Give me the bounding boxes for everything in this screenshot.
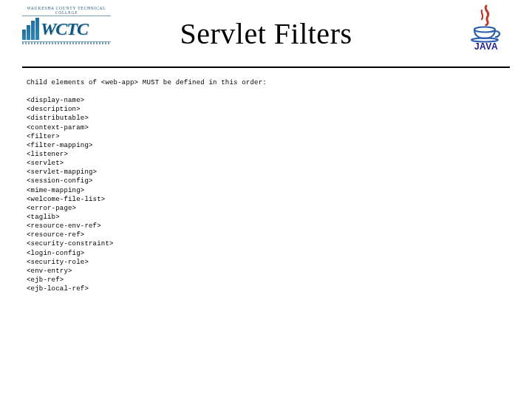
intro-text: Child elements of <web-app> MUST be defi… xyxy=(27,78,505,87)
page-title: Servlet Filters xyxy=(22,16,510,51)
svg-point-0 xyxy=(474,27,495,33)
slide: WAUKESHA COUNTY TECHNICAL COLLEGE WCTC S… xyxy=(0,0,532,399)
java-cup-icon xyxy=(468,4,504,43)
header: WAUKESHA COUNTY TECHNICAL COLLEGE WCTC S… xyxy=(22,0,510,68)
wctc-logo-top-text: WAUKESHA COUNTY TECHNICAL COLLEGE xyxy=(22,6,111,16)
java-label: JAVA xyxy=(463,41,510,52)
content-body: Child elements of <web-app> MUST be defi… xyxy=(0,68,532,293)
java-logo: JAVA xyxy=(463,4,510,52)
element-list: <display-name> <description> <distributa… xyxy=(27,96,505,293)
